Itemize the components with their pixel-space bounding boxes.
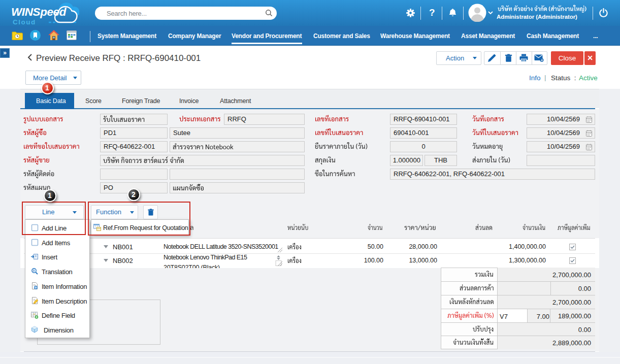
svg-text:a: a: [33, 269, 35, 272]
